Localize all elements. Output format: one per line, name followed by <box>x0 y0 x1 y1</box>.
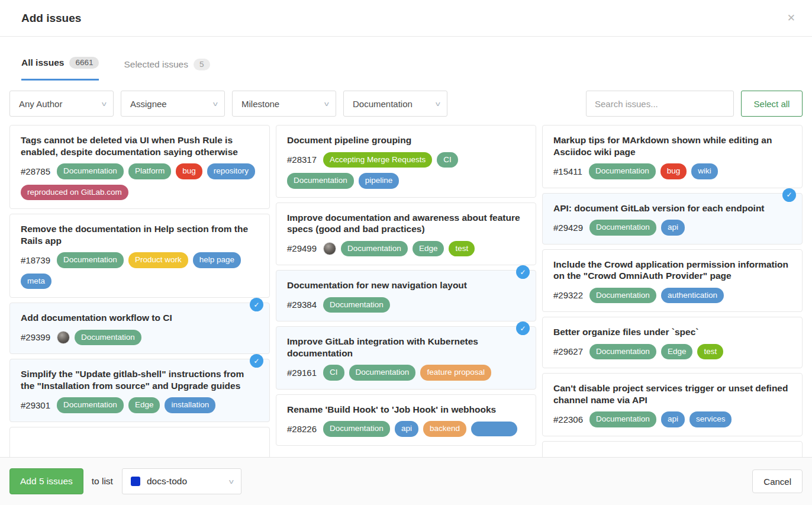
label-documentation: Documentation <box>287 173 354 189</box>
issue-card[interactable]: Markup tips for MArkdown shown while edi… <box>542 125 803 188</box>
issue-title: Remove the documentation in Help section… <box>21 223 259 246</box>
add-issues-modal: Add issues ✕ All issues 6661 Selected is… <box>0 0 812 505</box>
issue-card-partial[interactable] <box>9 427 270 457</box>
label-api: api <box>661 411 685 427</box>
tab-selected-issues-label: Selected issues <box>124 59 188 70</box>
select-all-button[interactable]: Select all <box>741 91 803 117</box>
label-documentation: Documentation <box>589 220 656 236</box>
search-input[interactable] <box>586 91 734 117</box>
issue-number: #28317 <box>287 155 317 165</box>
issue-card[interactable]: Remove the documentation in Help section… <box>9 214 270 298</box>
issue-number: #29384 <box>287 300 317 310</box>
label-documentation: Documentation <box>589 288 656 304</box>
issue-card[interactable]: Documentation for new navigation layout#… <box>276 270 536 321</box>
label-documentation: Documentation <box>323 421 390 437</box>
issue-title: Improve GitLab integration with Kubernet… <box>287 336 525 359</box>
issue-title: Simplify the "Update gitlab-shell" instr… <box>21 368 259 391</box>
close-icon[interactable]: ✕ <box>787 13 795 23</box>
label-api: api <box>395 421 418 437</box>
label-test: test <box>697 344 723 360</box>
issue-card[interactable]: Simplify the "Update gitlab-shell" instr… <box>9 359 270 422</box>
issue-card[interactable]: Rename 'Build Hook' to 'Job Hook' in web… <box>276 394 536 446</box>
issue-card[interactable]: Document pipeline grouping#28317Acceptin… <box>276 125 536 198</box>
author-filter-dropdown[interactable]: Any Author v <box>9 91 114 117</box>
to-list-label: to list <box>92 476 113 487</box>
label-reproduced-on-gitlab-com: reproduced on GitLab.com <box>21 185 128 201</box>
issue-title: Tags cannot be deleted via UI when Push … <box>21 134 259 157</box>
issue-meta: #28785DocumentationPlatformbugrepository… <box>21 163 259 200</box>
issues-board: Tags cannot be deleted via UI when Push … <box>0 125 812 457</box>
issue-card[interactable]: Include the Crowd application permission… <box>542 249 803 313</box>
issue-card[interactable]: Add documentation workflow to CI#29399Do… <box>9 303 270 354</box>
issue-title: Better organize files under `spec` <box>553 326 791 338</box>
issue-card[interactable]: Improve GitLab integration with Kubernet… <box>276 326 536 390</box>
issue-card[interactable]: Improve documentation and awareness abou… <box>276 202 536 266</box>
chevron-down-icon: v <box>101 100 106 107</box>
assignee-filter-dropdown[interactable]: Assignee v <box>121 91 225 117</box>
issue-title: Improve documentation and awareness abou… <box>287 212 525 235</box>
issue-meta: #29301DocumentationEdgeinstallation <box>21 397 259 413</box>
label-repository: repository <box>207 163 255 179</box>
label-feature-proposal: feature proposal <box>420 365 491 381</box>
label-filter-label: Documentation <box>353 99 413 109</box>
issue-card[interactable]: Better organize files under `spec`#29627… <box>542 317 803 368</box>
label-filter-dropdown[interactable]: Documentation v <box>343 91 447 117</box>
label-platform: Platform <box>128 163 171 179</box>
issue-title: Rename 'Build Hook' to 'Job Hook' in web… <box>287 404 525 416</box>
modal-header: Add issues ✕ <box>0 0 812 37</box>
target-list-name: docs-todo <box>147 476 187 487</box>
issue-meta: #29499DocumentationEdgetest <box>287 241 525 257</box>
label-edge: Edge <box>661 344 693 360</box>
label-documentation: Documentation <box>589 411 656 427</box>
selected-check-icon: ✓ <box>250 298 263 311</box>
issue-number: #29322 <box>553 290 583 300</box>
issue-meta: #29399Documentation <box>21 330 259 346</box>
selected-check-icon: ✓ <box>516 265 530 279</box>
label-documentation: Documentation <box>341 241 408 257</box>
target-list-dropdown[interactable]: docs-todo v <box>122 468 241 494</box>
issue-meta: #29161CIDocumentationfeature proposal <box>287 365 525 381</box>
issue-number: #29499 <box>287 243 317 253</box>
issue-card-partial[interactable] <box>542 441 803 457</box>
issue-number: #28785 <box>21 166 50 176</box>
issue-number: #28226 <box>287 424 317 434</box>
issue-title: Add documentation workflow to CI <box>21 312 259 324</box>
label-installation: installation <box>165 397 215 413</box>
label-backend: backend <box>423 421 466 437</box>
selected-issues-count-badge: 5 <box>194 59 210 70</box>
board-column-1: Tags cannot be deleted via UI when Push … <box>9 125 270 457</box>
label-product-work: Product work <box>128 252 188 268</box>
cancel-button[interactable]: Cancel <box>752 469 803 493</box>
label-api: api <box>661 220 685 236</box>
label-edge: Edge <box>128 397 160 413</box>
issue-card[interactable]: Tags cannot be deleted via UI when Push … <box>9 125 270 209</box>
label-documentation: Documentation <box>323 297 390 313</box>
milestone-filter-label: Milestone <box>241 99 279 109</box>
author-filter-label: Any Author <box>19 99 62 109</box>
issue-meta: #29384Documentation <box>287 297 525 313</box>
modal-footer: Add 5 issues to list docs-todo v Cancel <box>0 457 812 505</box>
issue-card[interactable]: Can't disable project services trigger o… <box>542 373 803 436</box>
label-authentication: authentication <box>661 288 724 304</box>
milestone-filter-dropdown[interactable]: Milestone v <box>232 91 336 117</box>
tab-selected-issues[interactable]: Selected issues 5 <box>124 55 210 81</box>
issue-number: #29161 <box>287 368 317 378</box>
issue-number: #15411 <box>553 166 582 176</box>
add-issues-button[interactable]: Add 5 issues <box>9 468 83 494</box>
label-meta: meta <box>21 274 51 290</box>
issue-title: Markup tips for MArkdown shown while edi… <box>553 134 791 157</box>
issue-title: Include the Crowd application permission… <box>553 259 791 282</box>
issue-number: #22306 <box>553 414 583 424</box>
selected-check-icon: ✓ <box>516 321 530 335</box>
tab-all-issues[interactable]: All issues 6661 <box>21 53 99 81</box>
issue-card[interactable]: API: document GitLab version for each en… <box>542 193 803 245</box>
label-services: services <box>689 411 732 427</box>
label-documentation: Documentation <box>589 163 656 179</box>
list-color-swatch <box>131 477 140 486</box>
label-pipeline: pipeline <box>359 173 399 189</box>
issue-title: Documentation for new navigation layout <box>287 279 525 291</box>
issue-meta: #15411Documentationbugwiki <box>553 163 791 179</box>
label-documentation: Documentation <box>57 397 124 413</box>
issue-number: #29301 <box>21 400 50 410</box>
chevron-down-icon: v <box>324 100 328 107</box>
